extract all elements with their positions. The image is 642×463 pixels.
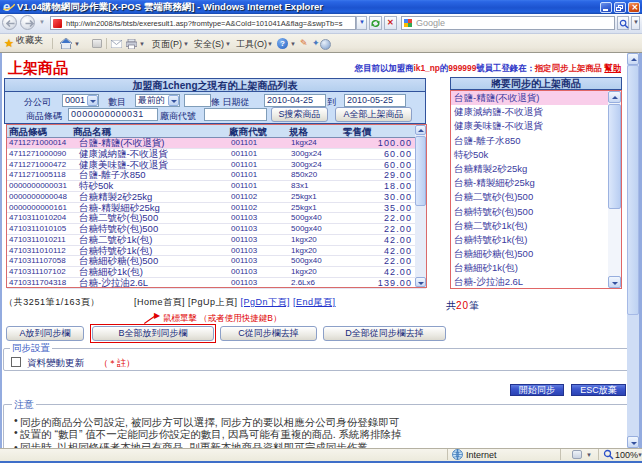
svg-text:e: e (3, 1, 10, 13)
